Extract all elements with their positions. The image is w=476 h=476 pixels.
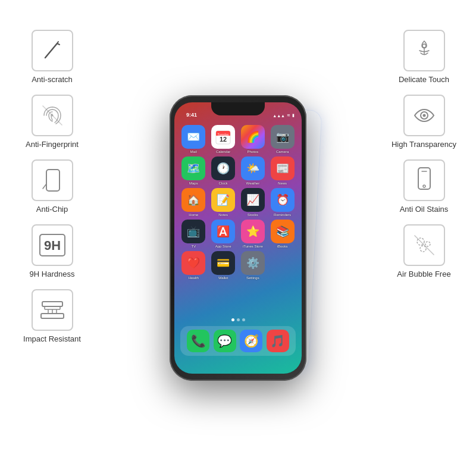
anti-oil-stains-label: Anti Oil Stains (400, 205, 449, 214)
svg-point-27 (425, 242, 430, 246)
feature-impact-resistant: Impact Resistant (6, 289, 98, 343)
app-grid: ✉️ Mail 12 Tuesday (178, 125, 298, 280)
svg-point-20 (422, 44, 426, 48)
feature-anti-oil-stains: Anti Oil Stains (378, 159, 470, 214)
feature-air-bubble-free: Air Bubble Free (378, 224, 470, 278)
list-item: 📚 iBooks (269, 220, 296, 248)
list-item: 📈 Stocks (240, 188, 267, 217)
bubble-icon (411, 232, 437, 258)
list-item: 🏠 Home (180, 188, 207, 217)
feature-high-transparency: High Transparency (378, 95, 470, 149)
svg-line-2 (57, 42, 58, 43)
mail-app-icon[interactable]: ✉️ (181, 125, 205, 149)
notes-app-label: Notes (218, 213, 228, 217)
phone-dock-icon[interactable]: 📞 (187, 330, 209, 352)
calendar-app-label: Calendar (216, 150, 230, 154)
mail-app-label: Mail (190, 150, 197, 154)
iphone-notch (211, 102, 265, 115)
phone-outline-icon (411, 165, 437, 195)
9h-hardness-icon-box: 9H (32, 224, 73, 266)
chip-icon (40, 167, 64, 193)
weather-app-icon[interactable]: 🌤️ (241, 156, 265, 180)
safari-dock-icon[interactable]: 🧭 (240, 330, 262, 352)
settings-app-icon[interactable]: ⚙️ (241, 251, 265, 275)
anti-fingerprint-label: Anti-Fingerprint (26, 140, 79, 149)
svg-rect-8 (42, 302, 62, 306)
9h-icon: 9H (37, 232, 67, 258)
scratch-icon (40, 39, 64, 62)
list-item: 🌤️ Weather (240, 156, 267, 185)
svg-line-0 (45, 43, 57, 58)
photos-app-icon[interactable]: 🌈 (241, 125, 265, 149)
clock-app-icon[interactable]: 🕐 (211, 156, 235, 180)
clock-app-label: Clock (219, 181, 228, 185)
list-item: ⭐ iTunes Store (240, 220, 267, 248)
svg-point-4 (51, 115, 53, 117)
svg-point-22 (422, 114, 425, 117)
svg-rect-5 (46, 170, 60, 191)
fingerprint-icon (39, 102, 65, 129)
list-item: 📷 Camera (269, 125, 296, 154)
ibooks-app-label: iBooks (277, 245, 288, 248)
home-app-icon[interactable]: 🏠 (181, 188, 205, 212)
health-app-label: Health (189, 276, 199, 280)
page-dots (174, 318, 302, 321)
svg-rect-10 (41, 314, 64, 318)
touch-icon (411, 37, 437, 64)
reminders-app-icon[interactable]: ⏰ (271, 188, 295, 212)
ibooks-app-icon[interactable]: 📚 (271, 220, 295, 243)
music-dock-icon[interactable]: 🎵 (267, 330, 289, 352)
camera-app-icon[interactable]: 📷 (271, 125, 295, 149)
impact-icon (37, 298, 67, 322)
maps-app-label: Maps (189, 181, 198, 185)
eye-icon (411, 102, 437, 129)
anti-scratch-icon-box (32, 30, 73, 71)
photos-app-label: Photos (248, 150, 259, 154)
svg-point-25 (423, 185, 425, 187)
settings-app-label: Settings (246, 276, 259, 280)
right-features-column: Delicate Touch High Transparency Ant (378, 30, 470, 278)
list-item: 12 Tuesday Calendar (210, 125, 237, 154)
messages-dock-icon[interactable]: 💬 (214, 330, 236, 352)
high-transparency-label: High Transparency (392, 140, 456, 149)
svg-text:Tuesday: Tuesday (218, 133, 229, 136)
calendar-app-icon[interactable]: 12 Tuesday (211, 125, 235, 149)
list-item: 📺 TV (180, 220, 207, 248)
notes-app-icon[interactable]: 📝 (211, 188, 235, 212)
list-item: 📝 Notes (210, 188, 237, 217)
left-features-column: Anti-scratch Anti-Fingerprint (6, 30, 98, 343)
list-item: 🗺️ Maps (180, 156, 207, 185)
battery-icon: ▮ (292, 113, 295, 118)
maps-app-icon[interactable]: 🗺️ (181, 156, 205, 180)
itunes-app-label: iTunes Store (243, 245, 263, 248)
wallet-app-icon[interactable]: 💳 (211, 251, 235, 275)
anti-oil-stains-icon-box (403, 159, 445, 201)
feature-delicate-touch: Delicate Touch (378, 30, 470, 84)
status-time: 9:41 (186, 112, 197, 118)
reminders-app-label: Reminders (274, 213, 291, 217)
iphone-body: 9:41 ▲▲▲ ≋ ▮ ✉️ Mail (170, 95, 306, 381)
status-icons: ▲▲▲ ≋ ▮ (273, 113, 295, 118)
list-item: 🕐 Clock (210, 156, 237, 185)
wifi-icon: ≋ (287, 113, 290, 118)
list-item: ⏰ Reminders (269, 188, 296, 217)
tv-app-icon[interactable]: 📺 (181, 220, 205, 243)
signal-icon: ▲▲▲ (273, 114, 285, 118)
list-item: ❤️ Health (180, 251, 207, 280)
health-app-icon[interactable]: ❤️ (181, 251, 205, 275)
anti-chip-icon-box (32, 159, 73, 201)
weather-app-label: Weather (246, 181, 260, 185)
anti-fingerprint-icon-box (32, 95, 73, 136)
impact-resistant-icon-box (32, 289, 73, 331)
stocks-app-icon[interactable]: 📈 (241, 188, 265, 212)
anti-scratch-label: Anti-scratch (32, 75, 73, 84)
itunes-app-icon[interactable]: ⭐ (241, 220, 265, 243)
feature-anti-fingerprint: Anti-Fingerprint (6, 95, 98, 149)
air-bubble-free-label: Air Bubble Free (397, 270, 450, 278)
page-dot-3 (242, 318, 245, 321)
appstore-app-icon[interactable]: 🅰️ (211, 220, 235, 243)
news-app-icon[interactable]: 📰 (271, 156, 295, 180)
list-item: ⚙️ Settings (240, 251, 267, 280)
tv-app-label: TV (192, 245, 196, 248)
page-dot-2 (237, 318, 240, 321)
